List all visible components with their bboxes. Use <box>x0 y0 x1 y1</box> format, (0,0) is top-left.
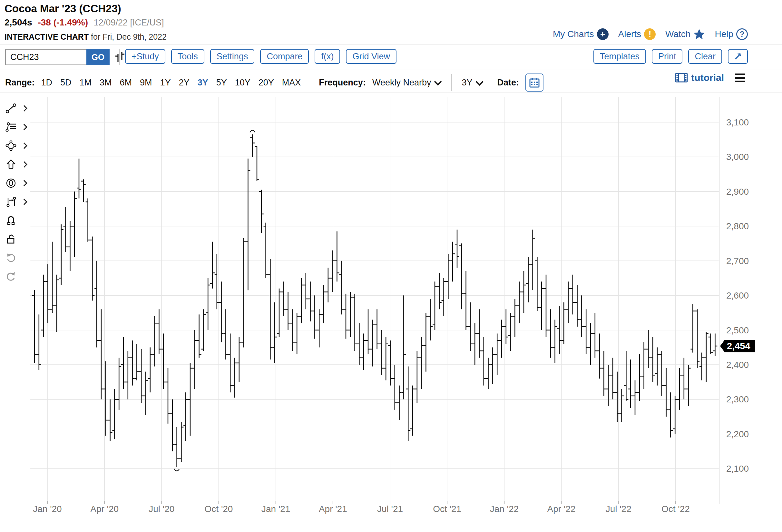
ohlc-bars <box>32 135 717 467</box>
x-axis-label: Jul '20 <box>149 504 174 514</box>
x-axis-label: Jul '22 <box>606 504 632 514</box>
y-axis-label: 2,700 <box>726 256 749 266</box>
x-axis-label: Apr '21 <box>319 504 347 514</box>
y-axis-label: 3,000 <box>726 152 749 162</box>
x-axis-label: Jul '21 <box>377 504 403 514</box>
x-axis-label: Jan '21 <box>261 504 290 514</box>
y-axis-label: 2,800 <box>726 221 749 231</box>
y-axis-label: 2,100 <box>726 464 749 474</box>
x-axis-label: Jan '22 <box>490 504 519 514</box>
gridlines <box>30 97 719 504</box>
y-axis-label: 2,600 <box>726 290 749 300</box>
x-axis-label: Oct '20 <box>205 504 233 514</box>
ohlc-chart-canvas: 2,1002,2002,3002,4002,5002,6002,7002,800… <box>0 0 782 532</box>
contract-low-marker <box>174 469 180 471</box>
x-axis-label: Oct '21 <box>433 504 461 514</box>
x-axis-label: Apr '22 <box>547 504 576 514</box>
y-axis-label: 3,100 <box>726 117 749 127</box>
y-axis-label: 2,400 <box>726 360 749 370</box>
interactive-chart-page: Cocoa Mar '23 (CCH23) 2,504s -38 (-1.49%… <box>0 0 782 532</box>
y-axis-label: 2,900 <box>726 187 749 197</box>
x-axis-label: Oct '22 <box>662 504 690 514</box>
x-axis-label: Apr '20 <box>90 504 119 514</box>
last-price-tag-label: 2,454 <box>727 341 750 351</box>
y-axis-label: 2,500 <box>726 325 749 335</box>
contract-high-marker <box>250 130 255 133</box>
x-axis-label: Jan '20 <box>33 504 62 514</box>
y-axis-label: 2,300 <box>726 394 749 404</box>
y-axis-label: 2,200 <box>726 429 749 439</box>
